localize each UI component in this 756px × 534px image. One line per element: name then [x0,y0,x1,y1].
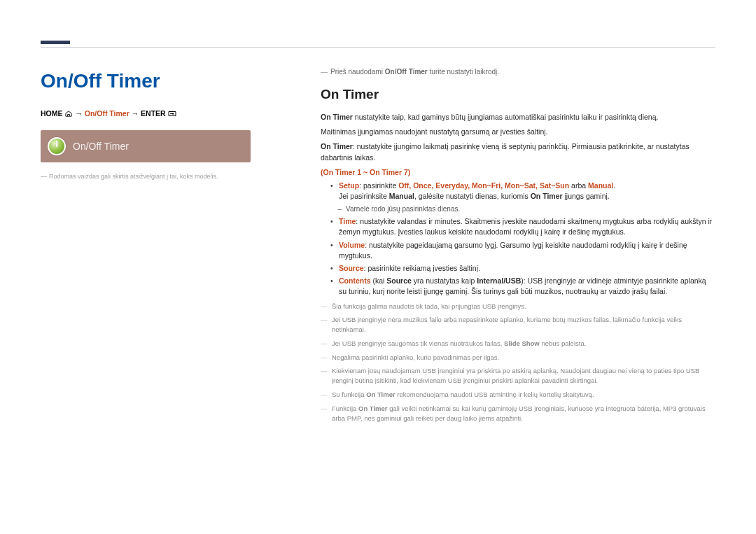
page-title: On/Off Timer [41,67,293,96]
text: : nustatykite valandas ir minutes. Skait… [339,217,712,236]
text-bold: Internal/USB [477,276,521,285]
text: . [613,181,615,190]
text-bold: Source [386,276,412,285]
breadcrumb: HOME → On/Off Timer → ENTER [41,108,293,120]
header-accent-bar [41,41,70,44]
two-column-layout: On/Off Timer HOME → On/Off Timer → ENTER… [41,67,715,426]
option-setup-sub: Varnelė rodo jūsų pasirinktas dienas. [328,204,715,215]
breadcrumb-arrow-1: → [75,109,83,118]
text: Jei pasirinksite [339,192,389,200]
option-values: Off, Once, Everyday, Mon~Fri, Mon~Sat, S… [398,181,569,190]
option-setup: Setup: pasirinkite Off, Once, Everyday, … [328,181,715,202]
text: yra nustatytas kaip [412,276,477,285]
text: : nustatykite pageidaujamą garsumo lygį.… [339,241,687,260]
home-icon [64,110,73,120]
text: turite nustatyti laikrodį. [428,68,499,76]
footnote-1: Šia funkcija galima naudotis tik tada, k… [321,302,715,311]
option-key: Source [339,264,364,272]
text-bold: On Timer [321,142,353,150]
left-column: On/Off Timer HOME → On/Off Timer → ENTER… [41,67,293,426]
footnote-4: Negalima pasirinkti aplanko, kurio pavad… [321,353,715,363]
text: nustatykite taip, kad gaminys būtų įjung… [353,113,659,121]
text: gali veikti netinkamai su kai kurių gami… [332,405,706,422]
text: Prieš naudodami [330,68,385,76]
text-bold: On Timer [366,391,396,398]
text-bold: On Timer [531,192,563,200]
option-time: Time: nustatykite valandas ir minutes. S… [328,216,715,237]
option-contents: Contents (kai Source yra nustatytas kaip… [328,276,715,297]
paragraph: Maitinimas įjungiamas naudojant nustatyt… [321,127,715,137]
section-heading: On Timer [321,85,715,104]
text-bold: Manual [389,192,414,200]
breadcrumb-arrow-2: → [132,109,139,118]
option-key: Contents [339,276,371,285]
range-label: (On Timer 1 ~ On Timer 7) [321,167,715,178]
text-bold: On Timer [358,405,388,412]
text: Funkcija [332,405,358,412]
option-volume: Volume: nustatykite pageidaujamą garsumo… [328,240,715,261]
feature-tile: On/Off Timer [41,130,251,162]
text: Jei USB įrenginyje saugomas tik vienas n… [332,339,504,347]
text: nebus paleista. [540,339,587,347]
option-key: Time [339,217,356,225]
footnote-6: Su funkcija On Timer rekomenduojama naud… [321,390,715,400]
text: įjungs gaminį. [563,192,610,200]
option-list: Setup: pasirinkite Off, Once, Everyday, … [323,181,715,297]
enter-icon [168,110,176,120]
breadcrumb-home: HOME [41,109,63,118]
text: : pasirinkite [359,181,398,190]
footnote-5: Kiekvienam jūsų naudojamam USB įrenginiu… [321,366,715,386]
text-bold: On Timer [321,113,353,121]
text: Su funkcija [332,391,366,398]
option-key: Setup [339,181,359,190]
text: (kai [371,276,387,285]
paragraph: On Timer nustatykite taip, kad gaminys b… [321,112,715,122]
option-value-manual: Manual [588,181,613,190]
footnote-3: Jei USB įrenginyje saugomas tik vienas n… [321,339,715,349]
text: , galėsite nustatyti dienas, kuriomis [414,192,531,200]
text-bold: Slide Show [504,339,540,347]
feature-tile-label: On/Off Timer [73,139,129,153]
document-page: On/Off Timer HOME → On/Off Timer → ENTER… [0,0,756,534]
option-source: Source: pasirinkite reikiamą įvesties ša… [328,263,715,274]
text: arba [569,181,588,190]
right-column: Prieš naudodami On/Off Timer turite nust… [321,67,715,426]
timer-icon [48,137,66,155]
text-bold: On/Off Timer [385,68,428,76]
text: : pasirinkite reikiamą įvesties šaltinį. [364,264,480,272]
header-rule [41,47,715,48]
text: rekomenduojama naudoti USB atmintinę ir … [396,391,594,398]
text: : nustatykite įjungimo laikmatį pasirink… [321,142,690,161]
footnote-2: Jei USB įrenginyje nėra muzikos failo ar… [321,315,715,335]
footnote-7: Funkcija On Timer gali veikti netinkamai… [321,404,715,423]
option-key: Volume [339,241,365,249]
paragraph: On Timer: nustatykite įjungimo laikmatį … [321,141,715,162]
breadcrumb-enter: ENTER [141,109,166,118]
breadcrumb-current: On/Off Timer [85,109,130,118]
model-note: Rodomas vaizdas gali skirtis atsižvelgia… [41,172,293,181]
prerequisite-note: Prieš naudodami On/Off Timer turite nust… [321,67,715,78]
